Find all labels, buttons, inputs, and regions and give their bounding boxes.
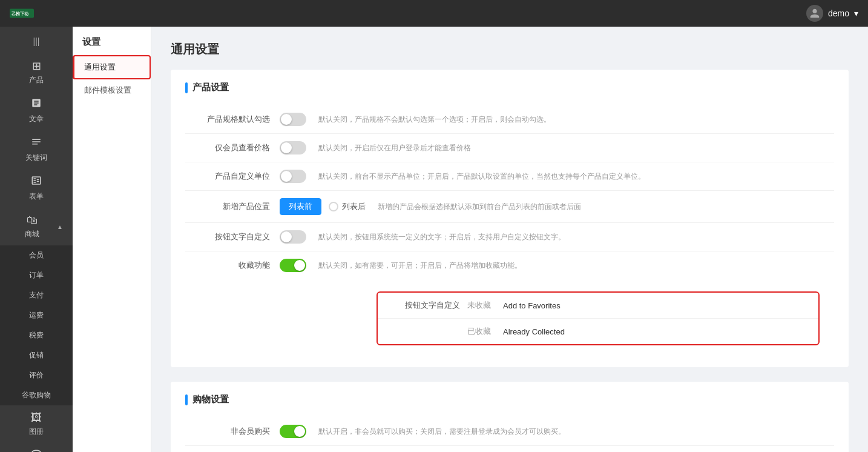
collected-value: Already Collected bbox=[503, 327, 565, 336]
toggle-member-price[interactable] bbox=[280, 141, 306, 155]
label-custom-unit: 产品自定义单位 bbox=[185, 171, 270, 182]
control-non-member: 默认开启，非会员就可以购买；关闭后，需要注册登录成为会员才可以购买。 bbox=[280, 425, 565, 438]
setting-row-member-price: 仅会员查看价格 默认关闭，开启后仅在用户登录后才能查看价格 bbox=[185, 134, 834, 162]
sidebar-sub-order[interactable]: 订单 bbox=[0, 265, 73, 285]
setting-row-non-member: 非会员购买 默认开启，非会员就可以购买；关闭后，需要注册登录成为会员才可以购买。 bbox=[185, 417, 834, 446]
setting-row-spec-default: 产品规格默认勾选 默认关闭，产品规格不会默认勾选第一个选项；开启后，则会自动勾选… bbox=[185, 105, 834, 134]
label-spec-default: 产品规格默认勾选 bbox=[185, 114, 270, 125]
sub-sidebar-item-general[interactable]: 通用设置 bbox=[73, 55, 151, 79]
sidebar-collapse-button[interactable]: ||| bbox=[0, 32, 73, 53]
favorites-sub-box: 按钮文字自定义 未收藏 Add to Favorites 已收藏 Already… bbox=[376, 291, 820, 345]
sidebar-sub-shipping[interactable]: 运费 bbox=[0, 305, 73, 325]
desc-spec-default: 默认关闭，产品规格不会默认勾选第一个选项；开启后，则会自动勾选。 bbox=[318, 115, 551, 125]
control-spec-default: 默认关闭，产品规格不会默认勾选第一个选项；开启后，则会自动勾选。 bbox=[280, 113, 551, 126]
control-favorites: 默认关闭，如有需要，可开启；开启后，产品将增加收藏功能。 bbox=[280, 259, 522, 272]
desc-new-position: 新增的产品会根据选择默认添加到前台产品列表的前面或者后面 bbox=[378, 202, 581, 212]
username: demo bbox=[828, 8, 849, 18]
favorites-main-label: 按钮文字自定义 bbox=[387, 300, 460, 311]
shopping-section-bar bbox=[185, 394, 188, 405]
control-member-price: 默认关闭，开启后仅在用户登录后才能查看价格 bbox=[280, 141, 471, 155]
user-menu[interactable]: demo ▾ bbox=[806, 5, 858, 22]
radio-list-back[interactable]: 列表后 bbox=[329, 201, 366, 212]
uncollected-value: Add to Favorites bbox=[503, 301, 561, 310]
label-btn-text: 按钮文字自定义 bbox=[185, 231, 270, 242]
sidebar-item-database[interactable]: 资料库 bbox=[0, 443, 73, 452]
sidebar-item-forms[interactable]: 表单 bbox=[0, 169, 73, 208]
setting-row-btn-text: 按钮文字自定义 默认关闭，按钮用系统统一定义的文字；开启后，支持用户自定义按钮文… bbox=[185, 223, 834, 251]
shop-sub-menu: 会员 订单 支付 运费 税费 促销 评价 谷歌购物 bbox=[0, 245, 73, 405]
dropdown-icon: ▾ bbox=[854, 8, 858, 18]
logo: 乙推下动 bbox=[10, 6, 34, 21]
setting-row-reduce-stock: 减库存 下单减库存 付款减库存 bbox=[185, 446, 834, 452]
products-icon: ⊞ bbox=[32, 59, 41, 73]
section-bar bbox=[185, 82, 188, 93]
sub-sidebar-item-email[interactable]: 邮件模板设置 bbox=[73, 79, 151, 101]
sub-sidebar-title: 设置 bbox=[73, 36, 151, 55]
albums-icon: 🖼 bbox=[31, 411, 42, 424]
setting-row-new-position: 新增产品位置 列表前 列表后 新增的产品会根据选择默认添加到前台产品列表的前面或… bbox=[185, 191, 834, 223]
favorites-row-collected: 已收藏 Already Collected bbox=[378, 319, 818, 344]
sidebar-sub-promo[interactable]: 促销 bbox=[0, 345, 73, 365]
setting-row-favorites: 收藏功能 默认关闭，如有需要，可开启；开启后，产品将增加收藏功能。 按钮文字自定… bbox=[185, 251, 834, 353]
product-section-header: 产品设置 bbox=[185, 82, 834, 93]
sidebar-item-products[interactable]: ⊞ 产品 bbox=[0, 53, 73, 91]
forms-icon bbox=[31, 175, 42, 189]
avatar bbox=[806, 5, 823, 22]
control-btn-text: 默认关闭，按钮用系统统一定义的文字；开启后，支持用户自定义按钮文字。 bbox=[280, 230, 565, 244]
shopping-settings-section: 购物设置 非会员购买 默认开启，非会员就可以购买；关闭后，需要注册登录成为会员才… bbox=[171, 382, 849, 452]
toggle-non-member[interactable] bbox=[280, 425, 306, 438]
control-custom-unit: 默认关闭，前台不显示产品单位；开启后，产品默认取设置的单位，当然也支持每个产品自… bbox=[280, 170, 645, 183]
shop-expand-icon: ▲ bbox=[57, 224, 63, 230]
label-favorites: 收藏功能 bbox=[185, 260, 270, 271]
database-icon bbox=[31, 449, 42, 452]
shopping-section-header: 购物设置 bbox=[185, 394, 834, 405]
label-member-price: 仅会员查看价格 bbox=[185, 142, 270, 153]
sidebar-sub-member[interactable]: 会员 bbox=[0, 245, 73, 265]
desc-non-member: 默认开启，非会员就可以购买；关闭后，需要注册登录成为会员才可以购买。 bbox=[318, 427, 565, 437]
toggle-favorites[interactable] bbox=[280, 259, 306, 272]
desc-btn-text: 默认关闭，按钮用系统统一定义的文字；开启后，支持用户自定义按钮文字。 bbox=[318, 232, 565, 242]
product-settings-section: 产品设置 产品规格默认勾选 默认关闭，产品规格不会默认勾选第一个选项；开启后，则… bbox=[171, 70, 849, 367]
collapse-icon: ||| bbox=[33, 36, 40, 46]
sidebar-sub-review[interactable]: 评价 bbox=[0, 365, 73, 385]
sidebar-item-albums[interactable]: 🖼 图册 bbox=[0, 405, 73, 443]
uncollected-label: 未收藏 bbox=[467, 300, 491, 311]
desc-favorites: 默认关闭，如有需要，可开启；开启后，产品将增加收藏功能。 bbox=[318, 261, 522, 271]
toggle-custom-unit[interactable] bbox=[280, 170, 306, 183]
collected-label: 已收藏 bbox=[467, 326, 491, 337]
setting-row-custom-unit: 产品自定义单位 默认关闭，前台不显示产品单位；开启后，产品默认取设置的单位，当然… bbox=[185, 162, 834, 191]
sidebar-sub-payment[interactable]: 支付 bbox=[0, 285, 73, 305]
shop-icon: 🛍 bbox=[27, 214, 38, 227]
articles-icon bbox=[31, 98, 42, 111]
toggle-spec-default[interactable] bbox=[280, 113, 306, 126]
radio-circle-back bbox=[329, 202, 338, 211]
favorites-row-uncollected: 按钮文字自定义 未收藏 Add to Favorites bbox=[378, 293, 818, 319]
sidebar-item-keywords[interactable]: 关键词 bbox=[0, 130, 73, 169]
svg-text:乙推下动: 乙推下动 bbox=[12, 12, 28, 16]
label-non-member: 非会员购买 bbox=[185, 426, 270, 437]
sidebar-item-shop[interactable]: 🛍 商城 ▲ bbox=[0, 208, 73, 245]
sub-sidebar: 设置 通用设置 邮件模板设置 bbox=[73, 27, 151, 452]
desc-member-price: 默认关闭，开启后仅在用户登录后才能查看价格 bbox=[318, 143, 471, 153]
content-area: 通用设置 产品设置 产品规格默认勾选 默认关闭，产品规格不会默认勾选第一个选项；… bbox=[151, 27, 868, 452]
sidebar: ||| ⊞ 产品 文章 关键词 表单 bbox=[0, 27, 73, 452]
keywords-icon bbox=[31, 136, 42, 150]
sidebar-sub-tax[interactable]: 税费 bbox=[0, 325, 73, 345]
topbar: 乙推下动 demo ▾ bbox=[0, 0, 868, 27]
label-new-position: 新增产品位置 bbox=[185, 201, 270, 212]
toggle-btn-text[interactable] bbox=[280, 230, 306, 244]
sidebar-item-articles[interactable]: 文章 bbox=[0, 91, 73, 130]
desc-custom-unit: 默认关闭，前台不显示产品单位；开启后，产品默认取设置的单位，当然也支持每个产品自… bbox=[318, 171, 645, 182]
radio-list-front[interactable]: 列表前 bbox=[280, 198, 321, 215]
page-title: 通用设置 bbox=[171, 41, 849, 58]
main-layout: ||| ⊞ 产品 文章 关键词 表单 bbox=[0, 27, 868, 452]
control-new-position: 列表前 列表后 新增的产品会根据选择默认添加到前台产品列表的前面或者后面 bbox=[280, 198, 581, 215]
sidebar-sub-google-shopping[interactable]: 谷歌购物 bbox=[0, 385, 73, 405]
